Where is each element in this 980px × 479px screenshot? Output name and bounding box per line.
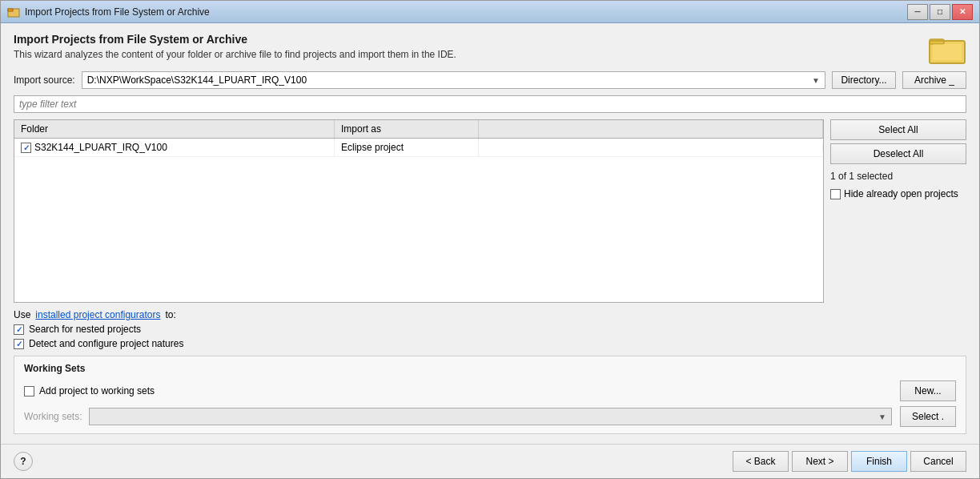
hide-open-projects-label: Hide already open projects — [844, 188, 958, 199]
row-checkbox[interactable] — [21, 143, 31, 153]
use-label: Use — [14, 309, 30, 320]
detect-natures-checkbox[interactable] — [14, 339, 24, 349]
working-sets-combo-arrow-icon: ▼ — [878, 413, 886, 421]
dialog-content: Import Projects from File System or Arch… — [1, 23, 979, 444]
main-area: Folder Import as S32K144_LPUART_IRQ_V100… — [14, 119, 966, 303]
options-section: Use installed project configurators to: … — [14, 309, 966, 349]
navigation-buttons: < Back Next > Finish Cancel — [733, 451, 966, 472]
add-to-working-sets-label: Add project to working sets — [39, 385, 155, 396]
working-sets-label: Working sets: — [24, 411, 84, 422]
window-controls: ─ □ ✕ — [907, 4, 973, 20]
window-icon — [7, 6, 20, 18]
search-nested-label: Search for nested projects — [29, 324, 141, 335]
finish-button[interactable]: Finish — [851, 451, 907, 472]
svg-rect-5 — [933, 44, 962, 60]
cancel-button[interactable]: Cancel — [910, 451, 966, 472]
column-folder: Folder — [14, 120, 335, 138]
column-import-as: Import as — [335, 120, 479, 138]
header-text: Import Projects from File System or Arch… — [14, 33, 922, 60]
maximize-button[interactable]: □ — [930, 4, 950, 20]
folder-name: S32K144_LPUART_IRQ_V100 — [34, 142, 167, 153]
column-extra — [479, 120, 823, 138]
import-source-row: Import source: D:\NXP\WorkSpace\S32K144_… — [14, 71, 966, 89]
search-nested-row: Search for nested projects — [14, 324, 966, 335]
import-as-cell: Eclipse project — [335, 139, 479, 156]
add-to-working-sets-checkbox[interactable] — [24, 386, 34, 396]
svg-rect-1 — [8, 9, 13, 11]
filter-input[interactable] — [14, 95, 966, 113]
svg-rect-3 — [930, 39, 944, 44]
title-bar-text: Import Projects from File System or Arch… — [25, 6, 902, 18]
combo-arrow-icon: ▼ — [812, 76, 820, 85]
working-sets-title: Working Sets — [24, 363, 956, 374]
new-working-set-button[interactable]: New... — [900, 380, 956, 401]
close-button[interactable]: ✕ — [952, 4, 973, 20]
import-source-combo[interactable]: D:\NXP\WorkSpace\S32K144_LPUART_IRQ_V100… — [82, 71, 825, 89]
select-working-sets-button[interactable]: Select . — [900, 406, 956, 427]
selected-info: 1 of 1 selected — [830, 171, 966, 182]
deselect-all-button[interactable]: Deselect All — [830, 143, 966, 164]
directory-button[interactable]: Directory... — [832, 71, 896, 89]
minimize-button[interactable]: ─ — [907, 4, 928, 20]
back-button[interactable]: < Back — [733, 451, 789, 472]
hide-open-projects-row: Hide already open projects — [830, 188, 966, 199]
dialog-description: This wizard analyzes the content of your… — [14, 49, 922, 60]
title-bar: Import Projects from File System or Arch… — [1, 1, 979, 23]
extra-cell — [479, 144, 823, 151]
working-sets-combo-row: Working sets: ▼ Select . — [24, 406, 956, 427]
use-configurators-row: Use installed project configurators to: — [14, 309, 966, 320]
bottom-bar: ? < Back Next > Finish Cancel — [1, 444, 979, 478]
help-button[interactable]: ? — [14, 452, 33, 471]
folder-cell: S32K144_LPUART_IRQ_V100 — [14, 139, 335, 156]
dialog-title: Import Projects from File System or Arch… — [14, 33, 922, 46]
archive-button[interactable]: Archive _ — [902, 71, 966, 89]
table-header: Folder Import as — [14, 120, 823, 139]
import-source-value: D:\NXP\WorkSpace\S32K144_LPUART_IRQ_V100 — [87, 74, 307, 86]
installed-configurators-link[interactable]: installed project configurators — [35, 309, 160, 320]
project-table: Folder Import as S32K144_LPUART_IRQ_V100… — [14, 119, 824, 303]
select-all-button[interactable]: Select All — [830, 119, 966, 140]
folder-image — [928, 33, 966, 65]
hide-open-projects-checkbox[interactable] — [830, 189, 841, 199]
right-buttons: Select All Deselect All 1 of 1 selected … — [830, 119, 966, 303]
table-row[interactable]: S32K144_LPUART_IRQ_V100 Eclipse project — [14, 139, 823, 157]
import-as-value: Eclipse project — [341, 142, 404, 153]
main-window: Import Projects from File System or Arch… — [0, 0, 980, 479]
add-to-working-sets-row: Add project to working sets New... — [24, 380, 956, 401]
working-sets-section: Working Sets Add project to working sets… — [14, 356, 966, 434]
search-nested-checkbox[interactable] — [14, 324, 24, 335]
detect-natures-label: Detect and configure project natures — [29, 338, 183, 349]
import-source-label: Import source: — [14, 74, 75, 86]
working-sets-combo[interactable]: ▼ — [89, 408, 892, 425]
to-label: to: — [165, 309, 175, 320]
detect-natures-row: Detect and configure project natures — [14, 338, 966, 349]
next-button[interactable]: Next > — [792, 451, 848, 472]
header-section: Import Projects from File System or Arch… — [14, 33, 966, 65]
